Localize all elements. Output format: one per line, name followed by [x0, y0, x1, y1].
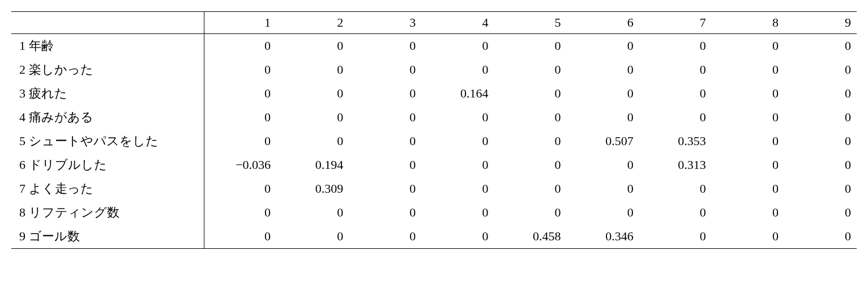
cell: 0 [204, 201, 276, 224]
cell: 0 [421, 153, 494, 177]
cell: 0 [494, 34, 566, 58]
col-header: 1 [204, 12, 276, 34]
cell: 0 [712, 201, 784, 224]
cell: 0.507 [567, 129, 639, 153]
cell: 0 [349, 58, 421, 82]
table-row: 7 よく走った 0 0.309 0 0 0 0 0 0 0 [11, 177, 857, 201]
header-blank [11, 12, 204, 34]
cell: 0 [421, 129, 494, 153]
cell: 0 [712, 82, 784, 105]
cell: 0 [494, 129, 566, 153]
col-header: 5 [494, 12, 566, 34]
cell: 0 [349, 105, 421, 129]
cell: 0 [784, 201, 857, 224]
table-row: 8 リフティング数 0 0 0 0 0 0 0 0 0 [11, 201, 857, 224]
cell: 0 [784, 129, 857, 153]
cell: 0 [421, 58, 494, 82]
cell: 0 [421, 177, 494, 201]
cell: 0 [567, 153, 639, 177]
cell: 0 [204, 58, 276, 82]
row-label: 9 ゴール数 [11, 224, 204, 249]
cell: 0 [349, 129, 421, 153]
cell: 0 [421, 224, 494, 249]
col-header: 6 [567, 12, 639, 34]
cell: 0 [784, 224, 857, 249]
table-row: 3 疲れた 0 0 0 0.164 0 0 0 0 0 [11, 82, 857, 105]
cell: 0 [639, 58, 712, 82]
row-label: 4 痛みがある [11, 105, 204, 129]
cell: 0 [639, 82, 712, 105]
cell: 0 [567, 58, 639, 82]
cell: 0 [567, 34, 639, 58]
cell: 0 [567, 177, 639, 201]
cell: 0 [276, 201, 349, 224]
cell: 0 [494, 105, 566, 129]
row-label: 7 よく走った [11, 177, 204, 201]
cell: 0 [276, 58, 349, 82]
cell: 0.346 [567, 224, 639, 249]
col-header: 3 [349, 12, 421, 34]
cell: −0.036 [204, 153, 276, 177]
row-label: 1 年齢 [11, 34, 204, 58]
cell: 0.164 [421, 82, 494, 105]
cell: 0 [712, 177, 784, 201]
cell: 0 [784, 34, 857, 58]
cell: 0 [276, 82, 349, 105]
cell: 0.313 [639, 153, 712, 177]
cell: 0 [494, 153, 566, 177]
cell: 0 [494, 177, 566, 201]
cell: 0 [567, 201, 639, 224]
cell: 0 [639, 177, 712, 201]
row-label: 3 疲れた [11, 82, 204, 105]
cell: 0 [494, 82, 566, 105]
table-row: 4 痛みがある 0 0 0 0 0 0 0 0 0 [11, 105, 857, 129]
correlation-table: 1 2 3 4 5 6 7 8 9 1 年齢 0 0 0 0 0 0 0 0 0… [11, 11, 857, 249]
table-row: 5 シュートやパスをした 0 0 0 0 0 0.507 0.353 0 0 [11, 129, 857, 153]
table-row: 2 楽しかった 0 0 0 0 0 0 0 0 0 [11, 58, 857, 82]
cell: 0 [639, 34, 712, 58]
cell: 0 [784, 177, 857, 201]
cell: 0 [349, 34, 421, 58]
cell: 0 [639, 201, 712, 224]
cell: 0 [349, 153, 421, 177]
cell: 0 [784, 82, 857, 105]
cell: 0 [712, 105, 784, 129]
cell: 0 [204, 82, 276, 105]
cell: 0.309 [276, 177, 349, 201]
cell: 0 [204, 129, 276, 153]
col-header: 9 [784, 12, 857, 34]
cell: 0 [349, 201, 421, 224]
cell: 0 [712, 129, 784, 153]
cell: 0 [784, 105, 857, 129]
cell: 0.353 [639, 129, 712, 153]
cell: 0 [204, 224, 276, 249]
col-header: 2 [276, 12, 349, 34]
cell: 0 [349, 82, 421, 105]
cell: 0 [421, 34, 494, 58]
row-label: 5 シュートやパスをした [11, 129, 204, 153]
cell: 0 [204, 34, 276, 58]
cell: 0 [712, 224, 784, 249]
cell: 0 [204, 105, 276, 129]
col-header: 8 [712, 12, 784, 34]
cell: 0 [276, 129, 349, 153]
row-label: 6 ドリブルした [11, 153, 204, 177]
cell: 0.458 [494, 224, 566, 249]
row-label: 8 リフティング数 [11, 201, 204, 224]
cell: 0 [276, 224, 349, 249]
cell: 0 [712, 58, 784, 82]
table-row: 9 ゴール数 0 0 0 0 0.458 0.346 0 0 0 [11, 224, 857, 249]
cell: 0 [421, 201, 494, 224]
cell: 0 [712, 153, 784, 177]
table-row: 6 ドリブルした −0.036 0.194 0 0 0 0 0.313 0 0 [11, 153, 857, 177]
cell: 0 [784, 153, 857, 177]
table-header-row: 1 2 3 4 5 6 7 8 9 [11, 12, 857, 34]
cell: 0 [567, 105, 639, 129]
cell: 0 [349, 224, 421, 249]
col-header: 7 [639, 12, 712, 34]
cell: 0 [567, 82, 639, 105]
cell: 0.194 [276, 153, 349, 177]
cell: 0 [349, 177, 421, 201]
cell: 0 [494, 58, 566, 82]
table-row: 1 年齢 0 0 0 0 0 0 0 0 0 [11, 34, 857, 58]
